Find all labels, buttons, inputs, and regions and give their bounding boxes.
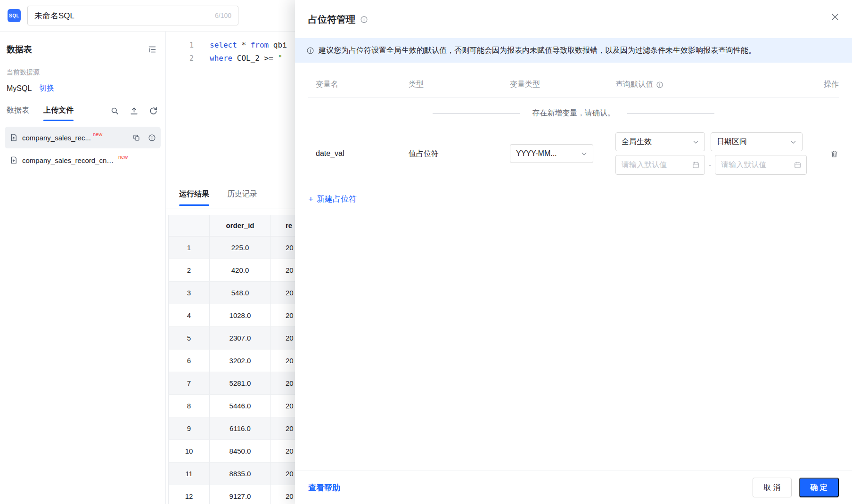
calendar-icon[interactable] xyxy=(692,161,700,169)
format-select[interactable]: YYYY-MM... xyxy=(510,144,593,163)
info-icon[interactable] xyxy=(148,134,156,142)
file-list: company_sales_rec...newcompany_sales_rec… xyxy=(0,127,165,171)
sidebar-tabs: 数据表上传文件 xyxy=(7,106,158,121)
row-index-cell: 8 xyxy=(168,395,210,417)
default-value-end-input[interactable]: 请输入默认值 xyxy=(715,155,807,175)
add-placeholder-link[interactable]: + 新建占位符 xyxy=(308,194,357,204)
sidebar-title: 数据表 xyxy=(7,44,32,55)
file-name: company_sales_record_cn_... xyxy=(22,156,116,164)
scope-select[interactable]: 全局生效 xyxy=(615,132,705,151)
data-cell: 8450.0 xyxy=(210,440,271,463)
dialog-title: 占位符管理 xyxy=(308,13,355,26)
row-index-cell: 12 xyxy=(168,485,210,504)
notice-text: 存在新增变量，请确认。 xyxy=(532,108,615,118)
variable-type-select[interactable]: 日期区间 xyxy=(711,132,803,151)
sql-title-counter: 6/100 xyxy=(215,12,231,19)
variable-type-select-value: 日期区间 xyxy=(717,137,747,147)
switch-datasource-link[interactable]: 切换 xyxy=(39,83,54,93)
copy-icon[interactable] xyxy=(132,134,140,142)
notice-line-left xyxy=(433,113,520,114)
variable-name: date_val xyxy=(308,149,409,158)
data-cell: 8835.0 xyxy=(210,463,271,485)
row-index-cell: 10 xyxy=(168,440,210,463)
collapse-panel-icon[interactable] xyxy=(147,45,157,54)
col-type: 类型 xyxy=(409,80,510,89)
code-text: where COL_2 >= " xyxy=(194,52,282,65)
row-index-cell: 6 xyxy=(168,350,210,372)
plus-icon: + xyxy=(308,195,313,203)
datasource-label: 当前数据源 xyxy=(7,68,159,77)
chevron-down-icon xyxy=(692,138,700,146)
sidebar: 数据表 当前数据源 MySQL 切换 数据表上传文件 company_sales… xyxy=(0,32,166,504)
format-select-value: YYYY-MM... xyxy=(516,149,557,158)
data-cell: 420.0 xyxy=(210,259,271,282)
help-link[interactable]: 查看帮助 xyxy=(308,482,340,493)
default-value-start-input[interactable]: 请输入默认值 xyxy=(615,155,705,175)
title-info-icon[interactable] xyxy=(360,16,368,24)
scope-select-value: 全局生效 xyxy=(622,137,652,147)
column-header: order_id xyxy=(210,215,271,236)
sql-logo: SQL xyxy=(8,9,21,22)
info-banner: 建议您为占位符设置全局生效的默认值，否则可能会因为报表内未赋值导致取数报错，以及… xyxy=(295,38,852,63)
data-cell: 2307.0 xyxy=(210,327,271,350)
col-variable-name: 变量名 xyxy=(308,80,409,89)
banner-text: 建议您为占位符设置全局生效的默认值，否则可能会因为报表内未赋值导致取数报错，以及… xyxy=(319,44,756,57)
data-cell: 548.0 xyxy=(210,282,271,304)
dialog-footer: 查看帮助 取 消 确 定 xyxy=(295,471,852,504)
sidebar-tab-0[interactable]: 数据表 xyxy=(7,106,29,121)
data-cell: 5446.0 xyxy=(210,395,271,417)
data-cell: 225.0 xyxy=(210,236,271,259)
file-list-item[interactable]: company_sales_rec...new xyxy=(5,127,161,148)
col-default-value: 查询默认值 xyxy=(615,80,653,89)
data-cell: 3202.0 xyxy=(210,350,271,372)
sql-title-input[interactable]: 未命名SQL 6/100 xyxy=(27,6,238,25)
placeholder-table-header: 变量名 类型 变量类型 查询默认值 操作 xyxy=(308,80,839,98)
search-icon[interactable] xyxy=(110,106,119,115)
row-index-cell: 3 xyxy=(168,282,210,304)
chevron-down-icon xyxy=(580,150,588,158)
refresh-icon[interactable] xyxy=(149,106,158,115)
sql-logo-text: SQL xyxy=(9,13,19,18)
range-separator: - xyxy=(709,161,711,169)
variable-kind: 值占位符 xyxy=(409,149,510,159)
delete-icon[interactable] xyxy=(830,149,839,158)
data-cell: 9127.0 xyxy=(210,485,271,504)
line-number: 1 xyxy=(166,39,194,52)
row-index-cell: 2 xyxy=(168,259,210,282)
row-index-cell: 5 xyxy=(168,327,210,350)
col-variable-type: 变量类型 xyxy=(510,80,615,89)
new-badge: new xyxy=(93,131,102,137)
result-tab-1[interactable]: 历史记录 xyxy=(227,189,257,206)
datasource-name: MySQL xyxy=(7,84,32,93)
sidebar-tab-1[interactable]: 上传文件 xyxy=(43,106,74,121)
uploaded-file-icon xyxy=(9,133,18,142)
result-tab-0[interactable]: 运行结果 xyxy=(179,189,209,206)
close-icon[interactable] xyxy=(830,12,840,22)
row-index-cell: 9 xyxy=(168,417,210,440)
data-cell: 5281.0 xyxy=(210,372,271,395)
confirm-button[interactable]: 确 定 xyxy=(799,478,839,497)
code-text: select * from qbi xyxy=(194,39,287,52)
data-cell: 6116.0 xyxy=(210,417,271,440)
cancel-button[interactable]: 取 消 xyxy=(753,478,791,497)
uploaded-file-icon xyxy=(9,156,18,164)
row-index-cell: 11 xyxy=(168,463,210,485)
row-index-cell: 1 xyxy=(168,236,210,259)
sql-title-value: 未命名SQL xyxy=(34,10,215,21)
upload-icon[interactable] xyxy=(130,106,139,115)
new-badge: new xyxy=(118,154,128,160)
placeholder-management-dialog: 占位符管理 建议您为占位符设置全局生效的默认值，否则可能会因为报表内未赋值导致取… xyxy=(295,0,852,504)
line-number: 2 xyxy=(166,52,194,65)
chevron-down-icon xyxy=(789,138,797,146)
row-index-cell: 7 xyxy=(168,372,210,395)
notice-line-right xyxy=(627,113,714,114)
col-actions: 操作 xyxy=(812,80,839,89)
result-tabs: 运行结果历史记录 xyxy=(179,189,275,206)
file-list-item[interactable]: company_sales_record_cn_...new xyxy=(5,149,161,171)
file-name: company_sales_rec... xyxy=(22,134,91,142)
file-actions xyxy=(132,134,156,142)
default-value-info-icon[interactable] xyxy=(656,81,664,89)
row-index-cell: 4 xyxy=(168,304,210,327)
end-input-placeholder: 请输入默认值 xyxy=(721,160,766,170)
calendar-icon[interactable] xyxy=(794,161,802,169)
